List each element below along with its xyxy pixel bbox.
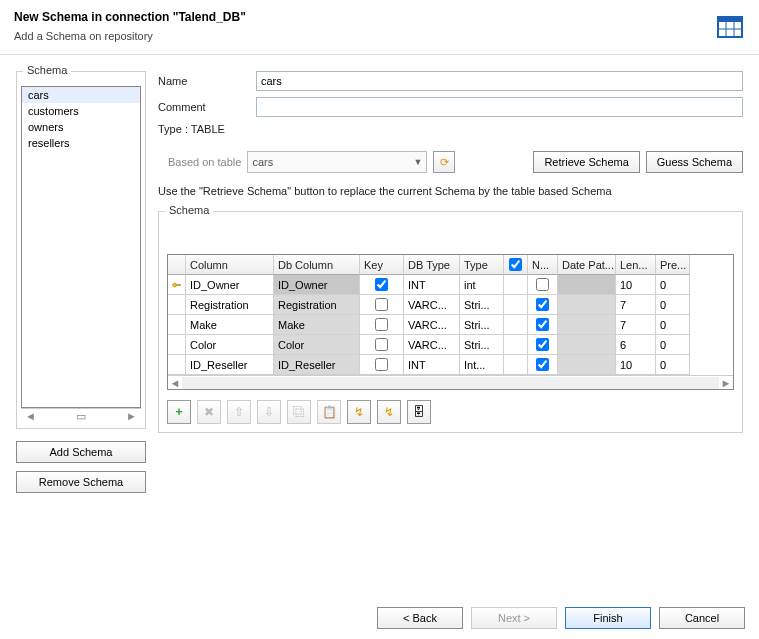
guess-schema-button[interactable]: Guess Schema [646, 151, 743, 173]
cell-type[interactable]: int [460, 275, 504, 295]
schema-item-owners[interactable]: owners [22, 119, 140, 135]
scroll-right-icon: ► [719, 377, 733, 389]
svg-rect-1 [718, 17, 742, 22]
cell-key[interactable] [360, 275, 404, 295]
scroll-left-icon: ◄ [168, 377, 182, 389]
cell-len[interactable]: 10 [616, 275, 656, 295]
cell-datepat[interactable] [558, 315, 616, 335]
add-column-button[interactable]: + [167, 400, 191, 424]
comment-label: Comment [158, 101, 256, 113]
cell-pre[interactable]: 0 [656, 355, 690, 375]
cell-dbtype[interactable]: VARC... [404, 295, 460, 315]
cell-len[interactable]: 10 [616, 355, 656, 375]
table-horizontal-scrollbar[interactable]: ◄ ► [168, 375, 733, 389]
cell-key[interactable] [360, 335, 404, 355]
cell-dbcolumn[interactable]: ID_Owner [274, 275, 360, 295]
export-button[interactable]: ↯ [377, 400, 401, 424]
paste-button[interactable]: 📋 [317, 400, 341, 424]
cell-column[interactable]: ID_Owner [186, 275, 274, 295]
cell-nullable[interactable] [528, 275, 558, 295]
cell-datepat[interactable] [558, 335, 616, 355]
schema-list[interactable]: cars customers owners resellers [21, 86, 141, 408]
cell-type[interactable]: Stri... [460, 315, 504, 335]
cell-dbtype[interactable]: INT [404, 275, 460, 295]
based-on-combo[interactable]: cars ▼ [247, 151, 427, 173]
row-keyicon [168, 295, 186, 315]
copy-button[interactable]: ⿻ [287, 400, 311, 424]
col-dbcolumn[interactable]: Db Column [274, 255, 360, 275]
refresh-button[interactable]: ⟳ [433, 151, 455, 173]
cell-dbtype[interactable]: VARC... [404, 315, 460, 335]
cell-type[interactable]: Stri... [460, 335, 504, 355]
type-label: Type : TABLE [158, 123, 225, 135]
cell-datepat[interactable] [558, 295, 616, 315]
col-nullable[interactable]: N... [528, 255, 558, 275]
cell-dbtype[interactable]: INT [404, 355, 460, 375]
schema-item-resellers[interactable]: resellers [22, 135, 140, 151]
name-input[interactable] [256, 71, 743, 91]
move-down-button[interactable]: ⇩ [257, 400, 281, 424]
col-type[interactable]: Type [460, 255, 504, 275]
cell-dbcolumn[interactable]: Registration [274, 295, 360, 315]
cell-nulpad [504, 295, 528, 315]
remove-schema-button[interactable]: Remove Schema [16, 471, 146, 493]
cell-column[interactable]: ID_Reseller [186, 355, 274, 375]
db-button[interactable]: 🗄 [407, 400, 431, 424]
cell-column[interactable]: Color [186, 335, 274, 355]
cell-nulpad [504, 315, 528, 335]
move-up-button[interactable]: ⇧ [227, 400, 251, 424]
cell-key[interactable] [360, 355, 404, 375]
cell-key[interactable] [360, 295, 404, 315]
schema-item-cars[interactable]: cars [22, 87, 140, 103]
col-key[interactable]: Key [360, 255, 404, 275]
back-button[interactable]: < Back [377, 607, 463, 629]
cell-type[interactable]: Stri... [460, 295, 504, 315]
col-pre[interactable]: Pre... [656, 255, 690, 275]
cell-datepat[interactable] [558, 355, 616, 375]
cell-nullable[interactable] [528, 315, 558, 335]
cell-nullable[interactable] [528, 355, 558, 375]
col-dbtype[interactable]: DB Type [404, 255, 460, 275]
cell-dbcolumn[interactable]: Make [274, 315, 360, 335]
cell-nullable[interactable] [528, 335, 558, 355]
comment-input[interactable] [256, 97, 743, 117]
schema-item-customers[interactable]: customers [22, 103, 140, 119]
import-button[interactable]: ↯ [347, 400, 371, 424]
row-keyicon [168, 355, 186, 375]
retrieve-schema-button[interactable]: Retrieve Schema [533, 151, 639, 173]
table-icon [717, 16, 743, 38]
col-nullable-all[interactable] [504, 255, 528, 275]
cell-datepat[interactable] [558, 275, 616, 295]
name-label: Name [158, 75, 256, 87]
col-column[interactable]: Column [186, 255, 274, 275]
based-on-value: cars [252, 156, 273, 168]
schema-group: Schema Column Db Column Key DB Type Type… [158, 211, 743, 433]
col-keyicon[interactable] [168, 255, 186, 275]
cell-dbtype[interactable]: VARC... [404, 335, 460, 355]
cell-pre[interactable]: 0 [656, 335, 690, 355]
cell-key[interactable] [360, 315, 404, 335]
col-datepat[interactable]: Date Pat... [558, 255, 616, 275]
finish-button[interactable]: Finish [565, 607, 651, 629]
delete-column-button[interactable]: ✖ [197, 400, 221, 424]
cell-pre[interactable]: 0 [656, 275, 690, 295]
cell-len[interactable]: 7 [616, 295, 656, 315]
cell-len[interactable]: 7 [616, 315, 656, 335]
cell-column[interactable]: Make [186, 315, 274, 335]
chevron-down-icon: ▼ [413, 157, 422, 167]
cell-pre[interactable]: 0 [656, 295, 690, 315]
cell-nullable[interactable] [528, 295, 558, 315]
schema-table[interactable]: Column Db Column Key DB Type Type N... D… [167, 254, 734, 390]
add-schema-button[interactable]: Add Schema [16, 441, 146, 463]
cancel-button[interactable]: Cancel [659, 607, 745, 629]
list-scrollbar[interactable]: ◄▭► [21, 408, 141, 424]
cell-len[interactable]: 6 [616, 335, 656, 355]
cell-pre[interactable]: 0 [656, 315, 690, 335]
schema-list-legend: Schema [23, 64, 71, 76]
cell-dbcolumn[interactable]: Color [274, 335, 360, 355]
cell-type[interactable]: Int... [460, 355, 504, 375]
next-button[interactable]: Next > [471, 607, 557, 629]
cell-dbcolumn[interactable]: ID_Reseller [274, 355, 360, 375]
cell-column[interactable]: Registration [186, 295, 274, 315]
col-len[interactable]: Len... [616, 255, 656, 275]
